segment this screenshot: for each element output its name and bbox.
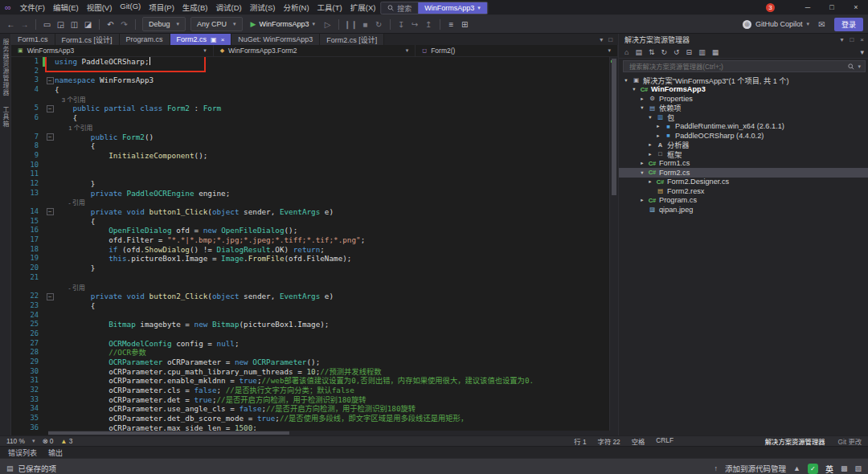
menu-item-工具(T)[interactable]: 工具(T) [313, 2, 346, 13]
run-without-debug-icon[interactable]: ▷ [321, 18, 334, 31]
pin-icon[interactable]: □ [850, 36, 854, 43]
pin-icon[interactable]: ▣ [211, 36, 217, 43]
step-out-icon[interactable]: ↥ [423, 18, 435, 31]
tree-item-Properties[interactable]: ▸⚙Properties [619, 94, 868, 104]
tree-item-PaddleOCRSharp (4.4.0.2)[interactable]: ▸■PaddleOCRSharp (4.4.0.2) [619, 131, 868, 141]
horizontal-scrollbar[interactable] [48, 431, 610, 435]
redo-icon[interactable]: ↷ [118, 18, 130, 31]
codelens-references[interactable]: - 引用 [55, 284, 85, 292]
tab-solution-explorer[interactable]: 解决方案资源管理器 [765, 436, 825, 446]
tree-item-Form2.resx[interactable]: ▤Form2.resx [619, 186, 868, 196]
chevron-down-icon[interactable]: ▾ [639, 104, 645, 111]
switch-views-icon[interactable]: ▤ [635, 48, 642, 56]
menu-item-编辑(E)[interactable]: 编辑(E) [49, 2, 83, 13]
codelens-row[interactable]: - 引用 [11, 198, 618, 207]
solution-name-badge[interactable]: WinFormsApp3 ▾ [418, 2, 487, 14]
new-file-icon[interactable]: ▭ [41, 18, 53, 31]
vertical-scrollbar[interactable] [609, 57, 618, 435]
split-window-icon[interactable]: □ [608, 36, 612, 43]
menu-item-调试(D)[interactable]: 调试(D) [212, 2, 246, 13]
break-all-icon[interactable]: ❙❙ [344, 18, 358, 31]
chevron-right-icon[interactable]: ▸ [647, 141, 653, 148]
collapse-all-icon[interactable]: ⊟ [686, 48, 693, 56]
tray-icon[interactable]: ▩ [841, 464, 848, 472]
warning-count[interactable]: ▲ 3 [60, 437, 72, 445]
tree-item-WinFormsApp3[interactable]: ▾C#WinFormsApp3 [619, 85, 868, 95]
chevron-down-icon[interactable]: ▾ [623, 77, 629, 84]
tree-item-包[interactable]: ▾▥包 [619, 112, 868, 122]
find-in-files-icon[interactable]: ≡ [445, 18, 457, 31]
save-all-icon[interactable]: ◪ [82, 18, 94, 31]
collapse-icon[interactable]: – [47, 208, 54, 215]
chevron-down-icon[interactable]: ▾ [32, 438, 35, 444]
sidebar-tab-server-explorer[interactable]: 服务器资源管理器 [1, 39, 10, 96]
tree-item-解决方案"WinFormsApp3"(1 个项目, 共 1 个)[interactable]: ▾▣解决方案"WinFormsApp3"(1 个项目, 共 1 个) [619, 76, 868, 85]
run-button[interactable]: ▶ WinFormsApp3 ▾ [246, 18, 320, 31]
chevron-down-icon[interactable]: ▾ [860, 48, 864, 56]
codelens-row[interactable]: 3 个引用 [11, 95, 618, 104]
refresh-icon[interactable]: ↺ [674, 48, 680, 56]
menu-item-视图(V)[interactable]: 视图(V) [83, 2, 117, 13]
codelens-references[interactable]: 3 个引用 [55, 96, 86, 104]
chevron-right-icon[interactable]: ▸ [647, 178, 653, 185]
tree-item-框架[interactable]: ▸□框架 [619, 149, 868, 159]
copilot-button[interactable]: ◎ GitHub Copilot ▾ [743, 20, 809, 29]
close-icon[interactable]: × [221, 36, 225, 43]
chevron-right-icon[interactable]: ▸ [639, 197, 645, 203]
debug-config-dropdown[interactable]: Debug ▾ [142, 17, 186, 31]
maximize-button[interactable]: □ [820, 0, 844, 14]
menu-item-文件(F)[interactable]: 文件(F) [16, 2, 49, 13]
scrollbar-thumb[interactable] [612, 59, 616, 195]
menu-item-扩展(X)[interactable]: 扩展(X) [346, 2, 380, 13]
feedback-icon[interactable]: ✉ [816, 18, 828, 31]
breadcrumb-member-dropdown[interactable]: ◻ Form2() ▾ [416, 45, 618, 56]
pending-changes-filter-icon[interactable]: ⇅ [649, 48, 655, 56]
stop-icon[interactable]: ■ [359, 18, 371, 31]
chevron-right-icon[interactable]: ▸ [647, 151, 653, 157]
ime-indicator[interactable]: 英 [825, 463, 833, 474]
menu-item-项目(P)[interactable]: 项目(P) [145, 2, 178, 13]
tree-item-Form1.cs[interactable]: ▸C#Form1.cs [619, 159, 868, 169]
document-tab-Form1.cs[interactable]: Form1.cs [11, 34, 55, 45]
collapse-icon[interactable]: – [47, 133, 54, 141]
sync-with-active-document-icon[interactable]: ↻ [661, 48, 668, 56]
chevron-down-icon[interactable]: ▾ [639, 170, 645, 176]
minimize-button[interactable]: ─ [796, 0, 820, 14]
chevron-down-icon[interactable]: ▾ [858, 63, 861, 70]
collapse-icon[interactable]: – [47, 77, 54, 84]
back-button[interactable]: ← [5, 18, 17, 31]
code-editor[interactable]: 1using PaddleOCRSharp;23–namespace WinFo… [11, 57, 618, 435]
collapse-icon[interactable]: – [47, 293, 54, 300]
chevron-up-icon[interactable]: ▲ [793, 464, 800, 472]
zoom-level[interactable]: 110 % [6, 437, 25, 445]
tree-item-qipan.jpeg[interactable]: ▨qipan.jpeg [619, 205, 868, 215]
notification-badge[interactable]: 3 [766, 3, 775, 12]
chevron-right-icon[interactable]: ▸ [639, 160, 645, 166]
error-count[interactable]: ⊗ 0 [42, 437, 53, 445]
undo-icon[interactable]: ↶ [104, 18, 117, 31]
scrollbar-thumb[interactable] [48, 431, 289, 435]
menu-item-分析(N)[interactable]: 分析(N) [279, 2, 313, 13]
codelens-references[interactable]: - 引用 [55, 199, 85, 206]
menu-item-生成(B)[interactable]: 生成(B) [178, 2, 212, 13]
codelens-references[interactable]: 1 个引用 [55, 125, 92, 132]
tree-item-PaddleRuntime.win_x64 (2.6.1.1)[interactable]: ▸■PaddleRuntime.win_x64 (2.6.1.1) [619, 122, 868, 132]
tree-item-分析器[interactable]: ▸A分析器 [619, 141, 868, 150]
tray-app-icon[interactable]: ✓ [808, 464, 818, 474]
tab-error-list[interactable]: 错误列表 [8, 447, 37, 458]
codelens-row[interactable]: - 引用 [11, 283, 618, 292]
chevron-right-icon[interactable]: ▸ [655, 133, 661, 139]
search-segment[interactable]: 搜索 [381, 3, 418, 14]
tree-item-Form2.Designer.cs[interactable]: ▸C#Form2.Designer.cs [619, 178, 868, 187]
document-list-icon[interactable]: ▾ [600, 36, 603, 43]
breadcrumb-project-dropdown[interactable]: ▣ WinFormsApp3 ▾ [11, 45, 214, 56]
add-to-source-control-button[interactable]: 添加到源代码管理 [725, 463, 786, 474]
chevron-right-icon[interactable]: ▸ [655, 123, 661, 129]
sidebar-tab-toolbox[interactable]: 工具箱 [1, 106, 10, 128]
close-icon[interactable]: × [860, 36, 864, 43]
menu-item-Git(G)[interactable]: Git(G) [116, 2, 145, 13]
forward-button[interactable]: → [18, 18, 31, 31]
close-button[interactable]: × [844, 0, 868, 14]
tree-item-Program.cs[interactable]: ▸C#Program.cs [619, 196, 868, 206]
chevron-down-icon[interactable]: ▾ [840, 36, 843, 43]
